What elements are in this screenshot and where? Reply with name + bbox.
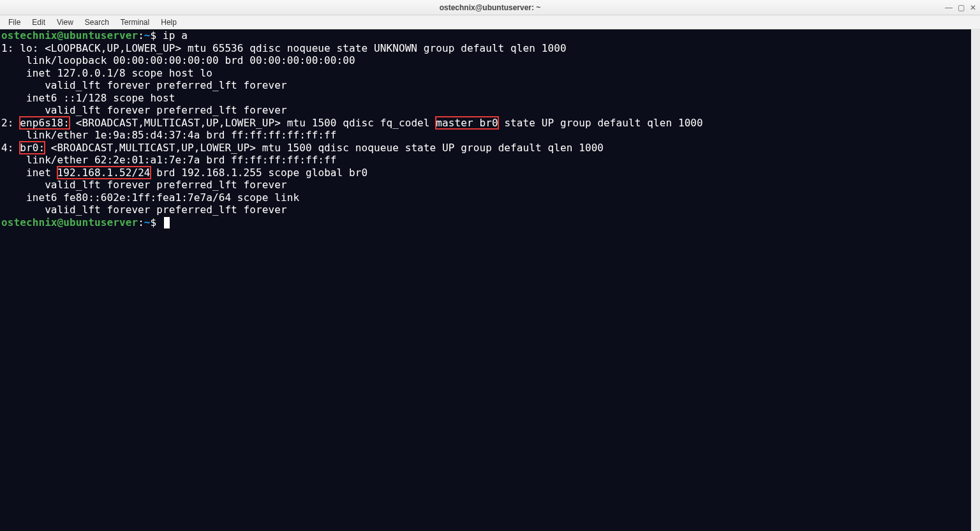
output-line: 4: br0: <BROADCAST,MULTICAST,UP,LOWER_UP… bbox=[1, 142, 970, 154]
output-line: valid_lft forever preferred_lft forever bbox=[1, 79, 970, 92]
prompt-colon: : bbox=[138, 29, 144, 41]
window-title: ostechnix@ubuntuserver: ~ bbox=[440, 3, 541, 12]
scrollbar[interactable] bbox=[971, 29, 980, 531]
menu-file[interactable]: File bbox=[3, 17, 26, 28]
output-text: brd 192.168.1.255 scope global br0 bbox=[151, 167, 368, 179]
highlight-ip-address: 192.168.1.52/24 bbox=[57, 167, 151, 179]
prompt-userhost: ostechnix@ubuntuserver bbox=[1, 216, 138, 228]
output-line: inet6 ::1/128 scope host bbox=[1, 92, 970, 105]
terminal-output[interactable]: ostechnix@ubuntuserver:~$ ip a1: lo: <LO… bbox=[0, 29, 971, 531]
prompt-path: ~ bbox=[144, 216, 151, 228]
output-line: link/ether 62:2e:01:a1:7e:7a brd ff:ff:f… bbox=[1, 154, 970, 167]
menu-help[interactable]: Help bbox=[155, 17, 182, 28]
prompt-dollar: $ bbox=[151, 29, 157, 41]
output-line: link/loopback 00:00:00:00:00:00 brd 00:0… bbox=[1, 54, 970, 67]
window-controls: — ▢ ✕ bbox=[945, 0, 976, 15]
window-titlebar: ostechnix@ubuntuserver: ~ — ▢ ✕ bbox=[0, 0, 980, 15]
prompt-dollar: $ bbox=[151, 216, 157, 228]
output-line: valid_lft forever preferred_lft forever bbox=[1, 104, 970, 117]
output-text: 4: bbox=[1, 142, 20, 154]
command-text: ip a bbox=[156, 29, 188, 41]
highlight-master-br0: master br0 bbox=[436, 117, 498, 129]
output-line: inet 127.0.0.1/8 scope host lo bbox=[1, 67, 970, 80]
prompt-path: ~ bbox=[144, 29, 151, 41]
prompt-userhost: ostechnix@ubuntuserver bbox=[1, 29, 138, 41]
prompt-line: ostechnix@ubuntuserver:~$ ip a bbox=[1, 29, 970, 42]
output-line: inet 192.168.1.52/24 brd 192.168.1.255 s… bbox=[1, 167, 970, 179]
output-line: 2: enp6s18: <BROADCAST,MULTICAST,UP,LOWE… bbox=[1, 117, 970, 130]
output-line: 1: lo: <LOOPBACK,UP,LOWER_UP> mtu 65536 … bbox=[1, 42, 970, 55]
output-text: <BROADCAST,MULTICAST,UP,LOWER_UP> mtu 15… bbox=[70, 117, 436, 129]
cursor bbox=[164, 217, 170, 228]
output-text: <BROADCAST,MULTICAST,UP,LOWER_UP> mtu 15… bbox=[45, 142, 604, 154]
highlight-interface-enp6s18: enp6s18: bbox=[20, 117, 70, 129]
output-text: state UP group default qlen 1000 bbox=[498, 117, 703, 129]
prompt-colon: : bbox=[138, 216, 144, 228]
output-line: valid_lft forever preferred_lft forever bbox=[1, 179, 970, 191]
output-text: 2: bbox=[1, 117, 20, 129]
output-line: link/ether 1e:9a:85:d4:37:4a brd ff:ff:f… bbox=[1, 129, 970, 142]
menu-terminal[interactable]: Terminal bbox=[115, 17, 155, 28]
terminal-container[interactable]: ostechnix@ubuntuserver:~$ ip a1: lo: <LO… bbox=[0, 29, 980, 531]
output-line: valid_lft forever preferred_lft forever bbox=[1, 204, 970, 216]
highlight-interface-br0: br0: bbox=[20, 142, 45, 154]
menu-search[interactable]: Search bbox=[79, 17, 115, 28]
output-text: inet bbox=[1, 167, 57, 179]
minimize-button[interactable]: — bbox=[945, 4, 953, 11]
menu-edit[interactable]: Edit bbox=[26, 17, 51, 28]
menu-view[interactable]: View bbox=[51, 17, 79, 28]
menubar: File Edit View Search Terminal Help bbox=[0, 15, 980, 29]
prompt-line: ostechnix@ubuntuserver:~$ bbox=[1, 216, 970, 229]
close-button[interactable]: ✕ bbox=[970, 4, 976, 11]
output-line: inet6 fe80::602e:1ff:fea1:7e7a/64 scope … bbox=[1, 191, 970, 204]
maximize-button[interactable]: ▢ bbox=[958, 4, 965, 11]
